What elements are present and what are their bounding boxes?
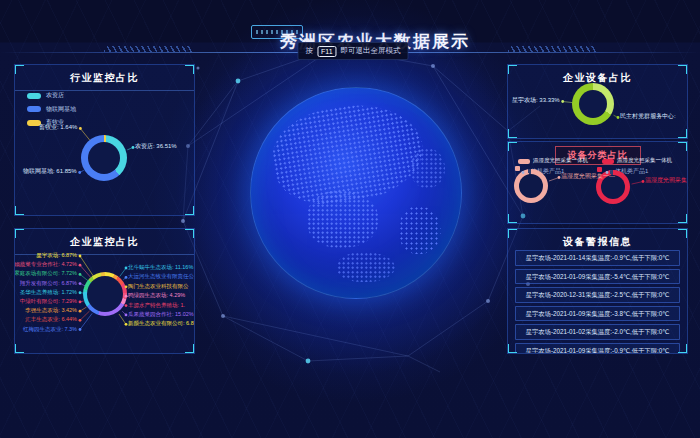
panel-enterprise-device: 企业设备占比 星宇农场: 33.33%民主村党群服务中心: <box>507 64 688 139</box>
globe-continent-dots <box>337 252 395 282</box>
legend-label: 农资店 <box>46 91 64 100</box>
chart-callout: 鸭绿园生态农场: 4.29% <box>128 292 185 298</box>
chart-callout: 星宇农场: 33.33% <box>512 96 560 105</box>
chart-callout: 大运河生态牧业有限责任公 <box>128 273 194 279</box>
globe-continent-dots <box>399 206 441 254</box>
chart-callout: 翔升发有限公司: 6.87% <box>20 280 77 286</box>
fullscreen-tip: 按 F11 即可退出全屏模式 <box>297 42 408 60</box>
chart-callout: 温湿度光照采集一— <box>561 172 615 181</box>
chart-callout: 物联网基地: 61.85% <box>23 167 77 176</box>
category-donut-left <box>514 169 548 203</box>
alarm-row: 星宇农场-2020-12-31采集温度:-2.5℃,低于下限:0℃ <box>515 287 680 303</box>
chart-callout: 北斗蜗牛生态农场: 11.16% <box>128 264 193 270</box>
panel-device-alarm: 设备警报信息 星宇农场-2021-01-14采集温度:-0.9℃,低于下限:0℃… <box>507 228 688 354</box>
panel-industry-monitor: 行业监控占比 农资店 物联网基地 畜牧业 畜牧业: 1.64%农资店: 36.5… <box>14 64 195 216</box>
panel-title-industry: 行业监控占比 <box>15 65 194 91</box>
legend-label: 温湿度光照采集一体机 <box>617 157 672 164</box>
chart-callout: 汇丰生态农业: 6.44% <box>25 316 77 322</box>
ring-notch-decoration <box>597 167 602 172</box>
industry-donut-chart <box>81 135 127 181</box>
chart-callout: 畜牧业: 1.64% <box>39 123 77 132</box>
alarm-row: 星宇农场-2021-01-09采集温度:-5.4℃,低于下限:0℃ <box>515 269 680 285</box>
chart-callout: 民主村党群服务中心: <box>620 112 676 121</box>
tip-prefix: 按 <box>305 46 313 56</box>
chart-callout: 丰源水产特色养殖场: 1. <box>128 302 185 308</box>
chart-callout: 家庭农场有限公司: 7.72% <box>14 270 77 276</box>
globe-continent-dots <box>411 148 445 188</box>
dashboard-screen: 秀洲区农业大数据展示 按 F11 即可退出全屏模式 <box>0 0 700 438</box>
legend-item: 物联网基地 <box>27 105 76 114</box>
chart-callout: 星宇农场: 6.87% <box>36 252 77 258</box>
alarm-row: 星宇农场-2021-01-09采集温度:-0.9℃,低于下限:0℃ <box>515 343 680 355</box>
panel-device-category: 设备分类占比 温湿度光照采集一体机 温湿度光照采集一体机 一体机类产品1 一体机… <box>507 141 688 224</box>
ring-notch-decoration <box>515 166 520 171</box>
legend-label: 温湿度光照采集一体机 <box>533 157 588 164</box>
alarm-row: 星宇农场-2021-01-02采集温度:-2.0℃,低于下限:0℃ <box>515 324 680 340</box>
legend-swatch <box>518 159 530 164</box>
legend-swatch <box>27 93 41 99</box>
chart-callout: 温湿度光照采集一— <box>645 176 688 185</box>
tip-suffix: 即可退出全屏模式 <box>341 46 401 56</box>
chart-callout: 圣华生态养殖场: 1.72% <box>20 289 77 295</box>
enterprise-labels-right: 北斗蜗牛生态农场: 11.16%大运河生态牧业有限责任公陶门生态农业科技有限公鸭… <box>128 264 195 326</box>
f11-key-badge: F11 <box>317 46 337 57</box>
globe <box>250 87 462 299</box>
legend-item: 农资店 <box>27 91 76 100</box>
panel-title-device-alarm: 设备警报信息 <box>508 229 687 249</box>
chart-callout: 陶门生态农业科技有限公 <box>128 283 189 289</box>
chart-callout: 李强生态农场: 3.42% <box>25 307 77 313</box>
alarm-row: 星宇农场-2021-01-14采集温度:-0.9℃,低于下限:0℃ <box>515 250 680 266</box>
panel-title-enterprise-device: 企业设备占比 <box>508 65 687 85</box>
device-donut-chart <box>572 83 614 125</box>
chart-callout: 中绿叶有限公司: 7.29% <box>20 298 77 304</box>
alarm-list: 星宇农场-2021-01-14采集温度:-0.9℃,低于下限:0℃星宇农场-20… <box>515 250 680 354</box>
chart-callout: 彩娟蔬菜专业合作社: 4.72% <box>14 261 77 267</box>
chart-callout: 红梅园生态农业: 7.3% <box>23 326 77 332</box>
chart-callout: 新颜生态农业有限公司: 6.87% <box>128 320 195 326</box>
industry-legend: 农资店 物联网基地 畜牧业 <box>27 91 76 127</box>
legend-swatch <box>27 106 41 112</box>
chart-callout: 农资店: 36.51% <box>135 142 177 151</box>
globe-continent-dots <box>307 190 379 248</box>
enterprise-labels-left: 星宇农场: 6.87%彩娟蔬菜专业合作社: 4.72%家庭农场有限公司: 7.7… <box>17 252 77 332</box>
enterprise-donut-chart <box>83 272 127 316</box>
legend-swatch <box>602 159 614 164</box>
chart-callout: 瓜果蔬菜园合作社: 15.02% <box>128 311 194 317</box>
alarm-row: 星宇农场-2021-01-09采集温度:-3.8℃,低于下限:0℃ <box>515 306 680 322</box>
panel-enterprise-monitor: 企业监控占比 星宇农场: 6.87%彩娟蔬菜专业合作社: 4.72%家庭农场有限… <box>14 228 195 354</box>
legend-label: 物联网基地 <box>46 105 76 114</box>
